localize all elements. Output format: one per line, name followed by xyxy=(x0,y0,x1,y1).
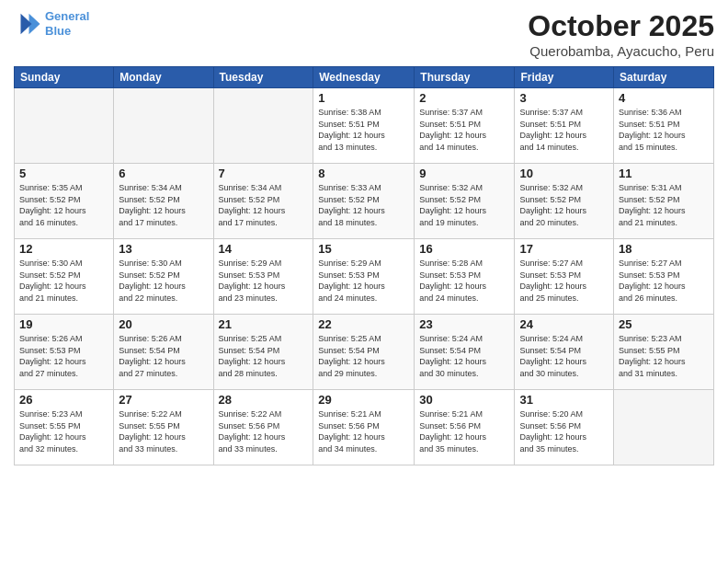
calendar-cell: 8Sunrise: 5:33 AM Sunset: 5:52 PM Daylig… xyxy=(313,164,415,239)
calendar-cell: 26Sunrise: 5:23 AM Sunset: 5:55 PM Dayli… xyxy=(15,390,114,465)
day-number: 24 xyxy=(519,317,609,331)
week-row: 19Sunrise: 5:26 AM Sunset: 5:53 PM Dayli… xyxy=(15,315,714,390)
calendar-cell: 4Sunrise: 5:36 AM Sunset: 5:51 PM Daylig… xyxy=(614,88,714,164)
day-number: 18 xyxy=(619,242,709,256)
calendar-cell: 20Sunrise: 5:26 AM Sunset: 5:54 PM Dayli… xyxy=(114,315,213,390)
day-number: 25 xyxy=(619,317,709,331)
calendar-cell: 9Sunrise: 5:32 AM Sunset: 5:52 PM Daylig… xyxy=(415,164,515,239)
day-info: Sunrise: 5:36 AM Sunset: 5:51 PM Dayligh… xyxy=(619,107,709,153)
weekday-header: Sunday xyxy=(15,67,114,88)
day-number: 31 xyxy=(519,393,609,407)
day-info: Sunrise: 5:28 AM Sunset: 5:53 PM Dayligh… xyxy=(419,258,509,304)
day-info: Sunrise: 5:25 AM Sunset: 5:54 PM Dayligh… xyxy=(219,333,309,379)
day-info: Sunrise: 5:27 AM Sunset: 5:53 PM Dayligh… xyxy=(619,258,709,304)
calendar-cell: 27Sunrise: 5:22 AM Sunset: 5:55 PM Dayli… xyxy=(114,390,213,465)
day-number: 1 xyxy=(318,91,409,105)
weekday-header: Thursday xyxy=(415,67,515,88)
subtitle: Querobamba, Ayacucho, Peru xyxy=(528,43,714,59)
calendar-cell: 22Sunrise: 5:25 AM Sunset: 5:54 PM Dayli… xyxy=(313,315,415,390)
calendar-cell: 18Sunrise: 5:27 AM Sunset: 5:53 PM Dayli… xyxy=(614,239,714,315)
day-number: 4 xyxy=(619,91,709,105)
calendar-cell: 28Sunrise: 5:22 AM Sunset: 5:56 PM Dayli… xyxy=(213,390,313,465)
day-number: 27 xyxy=(119,393,208,407)
calendar-cell: 14Sunrise: 5:29 AM Sunset: 5:53 PM Dayli… xyxy=(213,239,313,315)
weekday-header: Tuesday xyxy=(213,67,313,88)
day-info: Sunrise: 5:26 AM Sunset: 5:53 PM Dayligh… xyxy=(19,333,108,379)
day-number: 7 xyxy=(219,167,309,180)
calendar-cell: 30Sunrise: 5:21 AM Sunset: 5:56 PM Dayli… xyxy=(415,390,515,465)
day-info: Sunrise: 5:23 AM Sunset: 5:55 PM Dayligh… xyxy=(619,333,709,379)
day-info: Sunrise: 5:27 AM Sunset: 5:53 PM Dayligh… xyxy=(519,258,609,304)
calendar-cell: 21Sunrise: 5:25 AM Sunset: 5:54 PM Dayli… xyxy=(213,315,313,390)
day-number: 3 xyxy=(519,91,609,105)
day-number: 26 xyxy=(19,393,108,407)
day-number: 30 xyxy=(419,393,509,407)
day-info: Sunrise: 5:37 AM Sunset: 5:51 PM Dayligh… xyxy=(419,107,509,153)
calendar-cell: 25Sunrise: 5:23 AM Sunset: 5:55 PM Dayli… xyxy=(614,315,714,390)
calendar-cell: 3Sunrise: 5:37 AM Sunset: 5:51 PM Daylig… xyxy=(515,88,614,164)
calendar-cell: 24Sunrise: 5:24 AM Sunset: 5:54 PM Dayli… xyxy=(515,315,614,390)
day-info: Sunrise: 5:35 AM Sunset: 5:52 PM Dayligh… xyxy=(19,182,108,228)
calendar-cell: 13Sunrise: 5:30 AM Sunset: 5:52 PM Dayli… xyxy=(114,239,213,315)
logo-line1: General xyxy=(45,9,89,23)
calendar-cell: 23Sunrise: 5:24 AM Sunset: 5:54 PM Dayli… xyxy=(415,315,515,390)
day-info: Sunrise: 5:23 AM Sunset: 5:55 PM Dayligh… xyxy=(19,408,108,454)
logo: General Blue xyxy=(14,9,89,38)
day-info: Sunrise: 5:34 AM Sunset: 5:52 PM Dayligh… xyxy=(219,182,309,228)
calendar-cell: 31Sunrise: 5:20 AM Sunset: 5:56 PM Dayli… xyxy=(515,390,614,465)
calendar-cell: 12Sunrise: 5:30 AM Sunset: 5:52 PM Dayli… xyxy=(15,239,114,315)
calendar-cell: 1Sunrise: 5:38 AM Sunset: 5:51 PM Daylig… xyxy=(313,88,415,164)
day-number: 16 xyxy=(419,242,509,256)
week-row: 12Sunrise: 5:30 AM Sunset: 5:52 PM Dayli… xyxy=(15,239,714,315)
calendar-cell xyxy=(114,88,213,164)
main-title: October 2025 xyxy=(528,9,714,43)
day-number: 19 xyxy=(19,317,108,331)
day-number: 15 xyxy=(318,242,409,256)
calendar-cell xyxy=(614,390,714,465)
weekday-header: Saturday xyxy=(614,67,714,88)
calendar-cell: 16Sunrise: 5:28 AM Sunset: 5:53 PM Dayli… xyxy=(415,239,515,315)
day-info: Sunrise: 5:21 AM Sunset: 5:56 PM Dayligh… xyxy=(419,408,509,454)
day-number: 9 xyxy=(419,167,509,180)
day-info: Sunrise: 5:30 AM Sunset: 5:52 PM Dayligh… xyxy=(119,258,208,304)
calendar-cell xyxy=(213,88,313,164)
calendar-cell: 10Sunrise: 5:32 AM Sunset: 5:52 PM Dayli… xyxy=(515,164,614,239)
calendar-cell: 17Sunrise: 5:27 AM Sunset: 5:53 PM Dayli… xyxy=(515,239,614,315)
calendar-cell: 6Sunrise: 5:34 AM Sunset: 5:52 PM Daylig… xyxy=(114,164,213,239)
day-info: Sunrise: 5:32 AM Sunset: 5:52 PM Dayligh… xyxy=(519,182,609,228)
day-info: Sunrise: 5:37 AM Sunset: 5:51 PM Dayligh… xyxy=(519,107,609,153)
day-number: 22 xyxy=(318,317,409,331)
page: General Blue October 2025 Querobamba, Ay… xyxy=(0,0,728,563)
day-number: 17 xyxy=(519,242,609,256)
week-row: 5Sunrise: 5:35 AM Sunset: 5:52 PM Daylig… xyxy=(15,164,714,239)
day-info: Sunrise: 5:30 AM Sunset: 5:52 PM Dayligh… xyxy=(19,258,108,304)
day-info: Sunrise: 5:29 AM Sunset: 5:53 PM Dayligh… xyxy=(318,258,409,304)
calendar-cell: 5Sunrise: 5:35 AM Sunset: 5:52 PM Daylig… xyxy=(15,164,114,239)
logo-icon xyxy=(14,10,41,38)
calendar-cell: 7Sunrise: 5:34 AM Sunset: 5:52 PM Daylig… xyxy=(213,164,313,239)
day-number: 8 xyxy=(318,167,409,180)
day-number: 23 xyxy=(419,317,509,331)
week-row: 1Sunrise: 5:38 AM Sunset: 5:51 PM Daylig… xyxy=(15,88,714,164)
calendar: SundayMondayTuesdayWednesdayThursdayFrid… xyxy=(14,66,714,465)
day-info: Sunrise: 5:20 AM Sunset: 5:56 PM Dayligh… xyxy=(519,408,609,454)
day-number: 14 xyxy=(219,242,309,256)
day-info: Sunrise: 5:26 AM Sunset: 5:54 PM Dayligh… xyxy=(119,333,208,379)
day-info: Sunrise: 5:31 AM Sunset: 5:52 PM Dayligh… xyxy=(619,182,709,228)
calendar-cell: 19Sunrise: 5:26 AM Sunset: 5:53 PM Dayli… xyxy=(15,315,114,390)
day-info: Sunrise: 5:29 AM Sunset: 5:53 PM Dayligh… xyxy=(219,258,309,304)
day-info: Sunrise: 5:22 AM Sunset: 5:56 PM Dayligh… xyxy=(219,408,309,454)
day-info: Sunrise: 5:22 AM Sunset: 5:55 PM Dayligh… xyxy=(119,408,208,454)
day-number: 5 xyxy=(19,167,108,180)
logo-text: General Blue xyxy=(45,9,89,38)
day-number: 2 xyxy=(419,91,509,105)
day-info: Sunrise: 5:33 AM Sunset: 5:52 PM Dayligh… xyxy=(318,182,409,228)
day-info: Sunrise: 5:25 AM Sunset: 5:54 PM Dayligh… xyxy=(318,333,409,379)
calendar-cell: 29Sunrise: 5:21 AM Sunset: 5:56 PM Dayli… xyxy=(313,390,415,465)
day-number: 6 xyxy=(119,167,208,180)
calendar-cell: 11Sunrise: 5:31 AM Sunset: 5:52 PM Dayli… xyxy=(614,164,714,239)
day-number: 10 xyxy=(519,167,609,180)
calendar-cell: 2Sunrise: 5:37 AM Sunset: 5:51 PM Daylig… xyxy=(415,88,515,164)
header: General Blue October 2025 Querobamba, Ay… xyxy=(14,9,714,59)
day-number: 21 xyxy=(219,317,309,331)
